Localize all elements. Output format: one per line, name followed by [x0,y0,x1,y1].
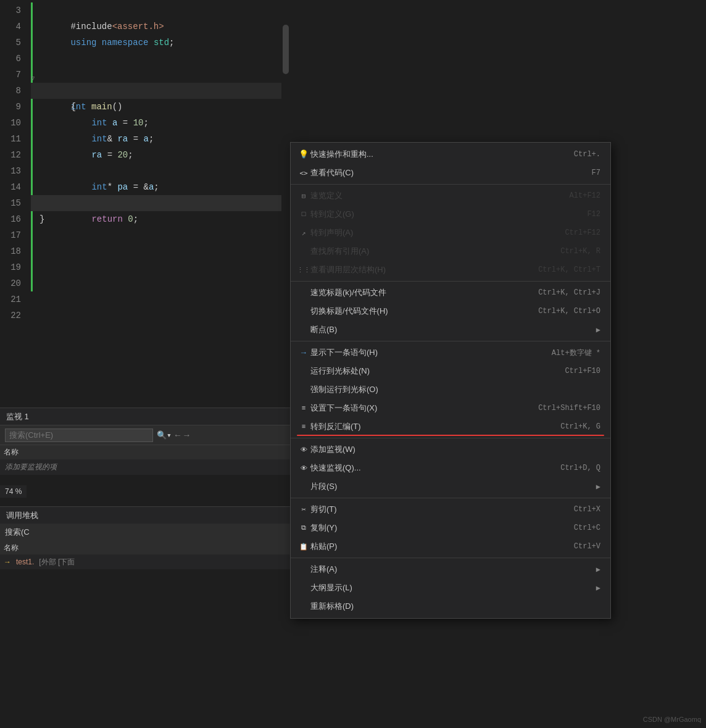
menu-item-find-refs[interactable]: 查找所有引用(A) Ctrl+K, R [291,242,610,261]
menu-item-run-to-cursor[interactable]: 运行到光标处(N) Ctrl+F10 [291,362,610,380]
menu-item-add-watch[interactable]: 👁 添加监视(W) [291,440,610,459]
call-stack-header: 调用堆栈 [0,506,290,524]
call-stack-search: 搜索(C [0,524,290,541]
watch-panel: 监视 1 🔍▾ ← → 名称 添加要监视的项 [0,408,290,475]
code-line-11: ra = 20; [31,131,290,147]
goto-def-icon: □ [297,211,310,218]
search-icon[interactable]: 🔍▾ [157,430,172,440]
scrollbar-thumb[interactable] [283,25,289,74]
code-content: #include<assert.h> using namespace std; … [31,0,290,324]
code-line-8: { [31,83,290,99]
watch-panel-title: 监视 1 [6,411,29,422]
code-line-22 [31,308,290,324]
code-line-13: int* pa = &a; [31,163,290,179]
watch-panel-header: 监视 1 [0,408,290,425]
call-stack-file: test1. [16,558,34,566]
cut-icon: ✂ [297,505,310,514]
submenu-arrow-breakpoints: ▶ [596,325,600,335]
context-menu: 💡 快速操作和重构... Ctrl+. <> 查看代码(C) F7 ⊟ 速览定义… [290,142,611,619]
menu-item-call-hierarchy[interactable]: ⋮⋮ 查看调用层次结构(H) Ctrl+K, Ctrl+T [291,261,610,279]
code-line-4: using namespace std; [31,19,290,35]
code-line-18 [31,243,290,259]
code-line-7: ▽ int main() [31,67,290,83]
code-line-15: return 0; [31,195,290,211]
copy-icon: ⧉ [297,524,310,532]
menu-item-snippets[interactable]: 片段(S) ▶ [291,477,610,496]
peek-icon: ⊟ [297,192,310,200]
red-underline-indicator [297,435,604,436]
submenu-arrow-comment: ▶ [596,565,600,574]
submenu-arrow-outline: ▶ [596,584,600,593]
code-line-16: } [31,211,290,227]
menu-item-peek-def[interactable]: ⊟ 速览定义 Alt+F12 [291,186,610,205]
menu-item-comment[interactable]: 注释(A) ▶ [291,560,610,579]
add-watch-icon: 👁 [297,446,310,454]
menu-item-quick-watch[interactable]: 👁 快速监视(Q)... Ctrl+D, Q [291,459,610,477]
code-line-6 [31,51,290,67]
menu-item-paste[interactable]: 📋 粘贴(P) Ctrl+V [291,537,610,556]
call-stack-arrow: → [4,558,11,566]
menu-item-cut[interactable]: ✂ 剪切(T) Ctrl+X [291,500,610,519]
call-stack-col-header: 名称 [0,541,290,554]
menu-separator-1 [291,184,610,185]
scrollbar-track [281,0,290,432]
code-line-10: int& ra = a; [31,115,290,131]
code-editor: ➤ 3 4 5 6 7 8 9 10 11 12 13 14 15 16 17 … [0,0,290,432]
code-line-12 [31,147,290,163]
zoom-indicator: 74 % [0,485,27,498]
submenu-arrow-snippets: ▶ [596,482,600,492]
call-stack-row: → test1. [外部 [下面 [0,554,290,569]
menu-item-force-run[interactable]: 强制运行到光标(O) [291,380,610,399]
menu-item-peek-header[interactable]: 速览标题(k)/代码文件 Ctrl+K, Ctrl+J [291,283,610,302]
menu-item-disassembly[interactable]: ≡ 转到反汇编(T) Ctrl+K, G [291,417,610,436]
line-numbers: 3 4 5 6 7 8 9 10 11 12 13 14 15 16 17 18… [0,0,31,324]
menu-item-breakpoints[interactable]: 断点(B) ▶ [291,320,610,339]
menu-item-goto-decl[interactable]: ↗ 转到声明(A) Ctrl+F12 [291,224,610,242]
watch-search-input[interactable] [5,429,153,442]
menu-separator-2 [291,281,610,282]
code-line-3: #include<assert.h> [31,2,290,19]
paste-icon: 📋 [297,543,310,551]
call-stack-panel: 调用堆栈 搜索(C 名称 → test1. [外部 [下面 [0,506,290,569]
goto-decl-icon: ↗ [297,229,310,237]
code-line-14: *pa = 20; [31,179,290,195]
watermark: CSDN @MrGaomq [643,716,701,723]
set-next-icon: ≡ [297,404,310,412]
lightbulb-icon: 💡 [297,149,310,159]
nav-forward-icon[interactable]: → [184,430,189,440]
quick-watch-icon: 👁 [297,464,310,472]
menu-item-switch-header[interactable]: 切换标题/代码文件(H) Ctrl+K, Ctrl+O [291,302,610,320]
menu-item-show-next[interactable]: → 显示下一条语句(H) Alt+数字键 * [291,343,610,362]
menu-item-goto-def[interactable]: □ 转到定义(G) F12 [291,205,610,224]
menu-item-quick-actions[interactable]: 💡 快速操作和重构... Ctrl+. [291,145,610,164]
menu-item-reformat[interactable]: 重新标格(D) [291,597,610,616]
watch-column-header: 名称 [0,445,290,459]
watch-search-bar: 🔍▾ ← → [0,425,290,445]
menu-separator-3 [291,341,610,341]
menu-item-view-code[interactable]: <> 查看代码(C) F7 [291,164,610,182]
call-stack-brackets: [外部 [下面 [39,557,75,567]
watch-add-item[interactable]: 添加要监视的项 [0,459,290,475]
disassembly-icon: ≡ [297,423,310,430]
code-line-5 [31,35,290,51]
menu-item-outline[interactable]: 大纲显示(L) ▶ [291,579,610,597]
code-line-21 [31,291,290,308]
menu-separator-4 [291,438,610,438]
menu-item-copy[interactable]: ⧉ 复制(Y) Ctrl+C [291,519,610,537]
nav-back-icon[interactable]: ← [175,430,180,440]
next-stmt-icon: → [297,348,310,358]
code-icon: <> [297,169,310,177]
watch-col-name: 名称 [4,447,19,458]
menu-separator-6 [291,558,610,558]
hierarchy-icon: ⋮⋮ [297,266,310,274]
code-line-17 [31,227,290,243]
code-line-19 [31,259,290,275]
code-line-9: int a = 10; [31,99,290,115]
menu-item-set-next[interactable]: ≡ 设置下一条语句(X) Ctrl+Shift+F10 [291,399,610,417]
code-line-20 [31,275,290,291]
menu-separator-5 [291,498,610,498]
